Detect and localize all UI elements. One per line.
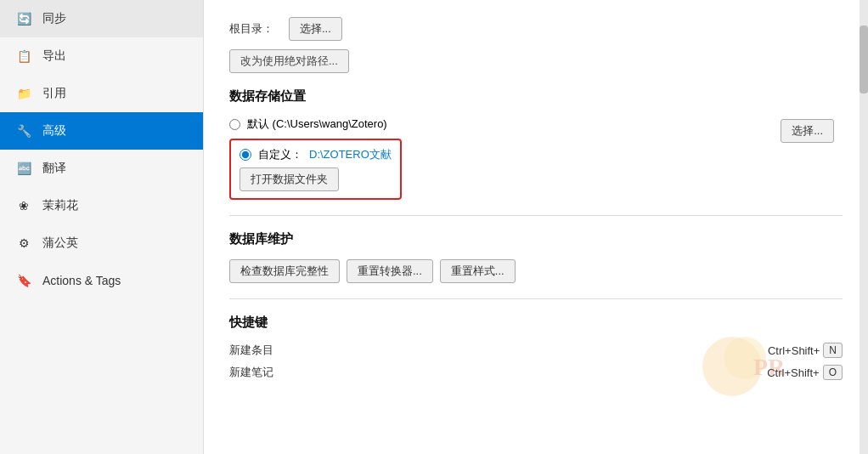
- main-content: 根目录： 选择... 改为使用绝对路径... 数据存储位置 默认 (C:\Use…: [204, 0, 868, 454]
- divider-1: [229, 215, 843, 216]
- shortcut-row-2: 新建笔记 Ctrl+Shift+ O: [229, 365, 843, 380]
- shortcut-prefix-1: Ctrl+Shift+: [768, 344, 820, 357]
- actions-icon: 🔖: [14, 270, 34, 291]
- shortcut-row-1: 新建条目 Ctrl+Shift+ N: [229, 343, 843, 358]
- radio-custom[interactable]: [240, 149, 251, 161]
- radio-default-row: 默认 (C:\Users\wang\Zotero): [229, 116, 843, 132]
- dandelion-icon: ⚙: [14, 233, 34, 253]
- advanced-icon: 🔧: [14, 121, 34, 141]
- cite-icon: 📁: [14, 83, 34, 104]
- sidebar-item-cite[interactable]: 📁 引用: [0, 75, 203, 112]
- sidebar-item-sync[interactable]: 🔄 同步: [0, 0, 203, 37]
- root-dir-path-row: 改为使用绝对路径...: [229, 49, 843, 73]
- sidebar-label-export: 导出: [42, 48, 66, 64]
- storage-choose-button[interactable]: 选择...: [781, 119, 834, 143]
- open-folder-button[interactable]: 打开数据文件夹: [240, 167, 339, 191]
- main-wrapper: 根目录： 选择... 改为使用绝对路径... 数据存储位置 默认 (C:\Use…: [204, 0, 868, 454]
- sidebar-label-sync: 同步: [42, 11, 66, 26]
- radio-custom-label: 自定义：: [258, 147, 302, 162]
- db-check-button[interactable]: 检查数据库完整性: [229, 259, 340, 283]
- db-btn-row: 检查数据库完整性 重置转换器... 重置样式...: [229, 259, 843, 283]
- root-dir-row: 根目录： 选择...: [229, 17, 843, 41]
- custom-storage-box: 自定义： D:\ZOTERO文献 打开数据文件夹: [229, 139, 402, 200]
- translate-icon: 🔤: [14, 158, 34, 179]
- root-dir-choose-button[interactable]: 选择...: [289, 17, 342, 41]
- sync-icon: 🔄: [14, 9, 34, 29]
- shortcut-label-1: 新建条目: [229, 343, 273, 358]
- root-dir-label: 根目录：: [229, 21, 280, 37]
- radio-group: 默认 (C:\Users\wang\Zotero) 自定义： D:\ZOTERO…: [229, 116, 843, 200]
- custom-path-text: D:\ZOTERO文献: [309, 147, 392, 162]
- export-icon: 📋: [14, 46, 34, 66]
- scrollbar-thumb[interactable]: [860, 26, 868, 94]
- sidebar-label-cite: 引用: [42, 86, 66, 101]
- sidebar-label-jasmine: 茉莉花: [42, 198, 78, 213]
- sidebar-label-translate: 翻译: [42, 161, 66, 176]
- scrollbar[interactable]: [860, 0, 868, 454]
- storage-section-title: 数据存储位置: [229, 88, 843, 105]
- shortcut-prefix-2: Ctrl+Shift+: [767, 366, 819, 379]
- db-section: 数据库维护 检查数据库完整性 重置转换器... 重置样式...: [229, 231, 843, 283]
- shortcut-badge-1: N: [823, 343, 843, 358]
- sidebar-item-advanced[interactable]: 🔧 高级: [0, 112, 203, 150]
- divider-2: [229, 298, 843, 299]
- sidebar-item-dandelion[interactable]: ⚙ 蒲公英: [0, 224, 203, 262]
- db-reset-style-button[interactable]: 重置样式...: [440, 259, 516, 283]
- sidebar-label-dandelion: 蒲公英: [42, 236, 78, 251]
- shortcuts-section: 快捷键 新建条目 Ctrl+Shift+ N 新建笔记 Ctrl+Shift+ …: [229, 315, 843, 380]
- shortcut-key-2: Ctrl+Shift+ O: [767, 365, 843, 380]
- sidebar: 🔄 同步 📋 导出 📁 引用 🔧 高级 🔤 翻译 ❀ 茉莉花 ⚙ 蒲公英 🔖 A…: [0, 0, 204, 454]
- shortcuts-title: 快捷键: [229, 315, 843, 331]
- sidebar-label-advanced: 高级: [42, 123, 66, 139]
- custom-radio-row: 自定义： D:\ZOTERO文献: [240, 147, 392, 162]
- radio-default-label: 默认 (C:\Users\wang\Zotero): [247, 116, 387, 132]
- db-section-title: 数据库维护: [229, 231, 843, 247]
- sidebar-item-jasmine[interactable]: ❀ 茉莉花: [0, 187, 203, 224]
- root-dir-path-button[interactable]: 改为使用绝对路径...: [229, 49, 349, 73]
- radio-default[interactable]: [229, 119, 240, 130]
- sidebar-item-actions[interactable]: 🔖 Actions & Tags: [0, 262, 203, 299]
- shortcut-key-1: Ctrl+Shift+ N: [768, 343, 843, 358]
- sidebar-label-actions: Actions & Tags: [42, 274, 121, 287]
- shortcut-badge-2: O: [823, 365, 843, 380]
- jasmine-icon: ❀: [14, 196, 34, 216]
- db-reset-converter-button[interactable]: 重置转换器...: [347, 259, 433, 283]
- sidebar-item-export[interactable]: 📋 导出: [0, 37, 203, 75]
- shortcut-label-2: 新建笔记: [229, 365, 273, 380]
- sidebar-item-translate[interactable]: 🔤 翻译: [0, 150, 203, 187]
